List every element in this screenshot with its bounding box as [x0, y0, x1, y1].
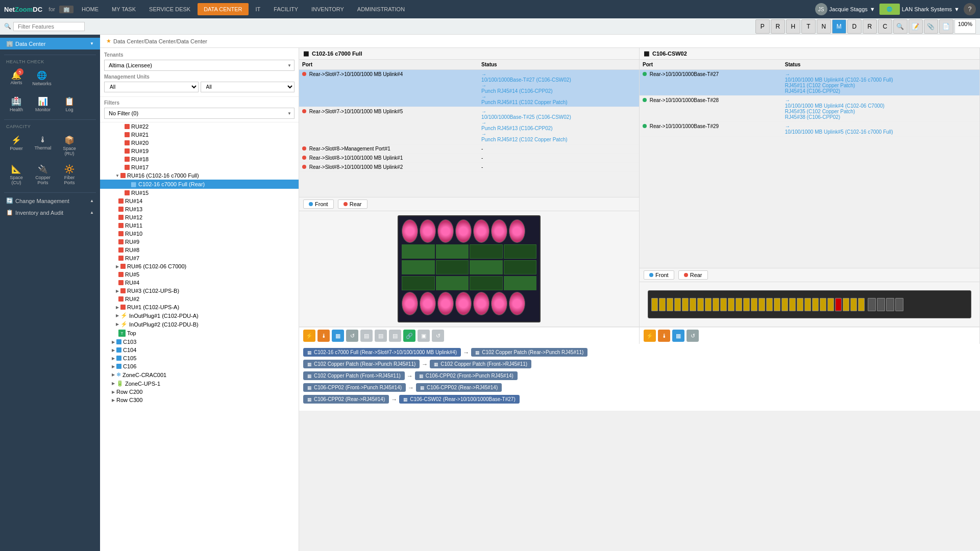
tree-item-c106[interactable]: ▶ C106 [100, 362, 299, 370]
nav-my-task[interactable]: MY TASK [106, 3, 142, 15]
left-action-d[interactable]: ▣ [418, 330, 430, 342]
tree-item-zonec-ups1[interactable]: ▶ 🔋 ZoneC-UPS-1 [100, 379, 299, 388]
attach-btn[interactable]: 📎 [924, 19, 938, 34]
tree-item-ru6[interactable]: ▶ RU#6 (C102-06 C7000) [100, 262, 299, 270]
status-link-2-1[interactable]: 10/100/1000Base-T#25 (C106-CSW02) [481, 114, 636, 120]
sidebar-item-space-cu[interactable]: 📐 Space (CU) [4, 161, 29, 188]
right-action-device[interactable]: ▦ [672, 330, 684, 342]
tree-item-ru18[interactable]: RU#18 [100, 155, 299, 163]
status-link-2-3[interactable]: Punch RJ45#12 (C102 Copper Patch) [481, 137, 636, 142]
network-btn[interactable]: N [817, 19, 831, 34]
right-action-thermal[interactable]: 🌡 [658, 330, 670, 342]
filter-select[interactable]: No Filter (0) [104, 108, 295, 119]
nav-inventory[interactable]: INVENTORY [305, 3, 350, 15]
right-link-2-3[interactable]: RJ45#38 (C106-CPP02) [785, 114, 976, 120]
map-btn[interactable]: M [832, 19, 846, 34]
right-link-2-2[interactable]: RJ45#35 (C102 Copper Patch) [785, 109, 976, 114]
left-port-row-2[interactable]: Rear->Slot#7->10/100/1000 MB Uplink#5 →1… [299, 107, 639, 144]
tree-item-zonec-crac001[interactable]: ▶ ❄ ZoneC-CRAC001 [100, 370, 299, 379]
tree-item-ru13[interactable]: RU#13 [100, 205, 299, 213]
tree-item-c102-rear[interactable]: ▦ C102-16 c7000 Full (Rear) [100, 180, 299, 189]
breadcrumb-star-icon[interactable]: ★ [106, 38, 111, 44]
contracts-btn[interactable]: 📄 [939, 19, 953, 34]
trace-node-3-2[interactable]: ▦ C106-CPP02 (Front->Punch RJ45#14) [415, 371, 518, 380]
sidebar-item-alerts[interactable]: 🔔 5 Alerts [4, 67, 29, 89]
right-link-1-2[interactable]: RJ45#11 (C102 Copper Patch) [785, 83, 976, 88]
nav-home[interactable]: HOME [76, 3, 105, 15]
left-port-row-1[interactable]: Rear->Slot#7->10/100/1000 MB Uplink#4 →1… [299, 70, 639, 107]
trace-btn[interactable]: T [801, 19, 816, 34]
right-port-row-1[interactable]: Rear->10/100/1000Base-T#27 →10/100/1000 … [640, 70, 979, 96]
trace-node-1-2[interactable]: ▦ C102 Copper Patch (Rear->Punch RJ45#11… [471, 348, 587, 357]
sidebar-item-health[interactable]: 🏥 Health [4, 93, 29, 115]
right-link-1-3[interactable]: RJ45#14 (C106-CPP02) [785, 88, 976, 94]
left-port-row-4[interactable]: Rear->Slot#8->10/100/1000 MB Uplink#1 - [299, 154, 639, 163]
tenants-select[interactable]: Altima (Licensee) [104, 60, 295, 71]
left-action-a[interactable]: ▤ [360, 330, 373, 342]
left-action-thermal[interactable]: 🌡 [317, 330, 330, 342]
trace-node-2-1[interactable]: ▦ C102 Copper Patch (Rear->Punch RJ45#11… [303, 360, 420, 368]
left-front-btn[interactable]: Front [303, 199, 334, 209]
tree-item-inoutplug1[interactable]: ▶ ⚡ InOutPlug#1 (C102-PDU-A) [100, 311, 299, 320]
tree-item-ru17[interactable]: RU#17 [100, 163, 299, 171]
tree-item-c105[interactable]: ▶ C105 [100, 354, 299, 362]
right-action-refresh[interactable]: ↺ [687, 330, 699, 342]
sidebar-item-space-ru[interactable]: 📦 Space (RU) [57, 132, 82, 159]
tree-item-row-c300[interactable]: ▶ Row C300 [100, 396, 299, 404]
tree-item-c103[interactable]: ▶ C103 [100, 338, 299, 346]
tree-item-ru9[interactable]: RU#9 [100, 238, 299, 246]
status-link-1-3[interactable]: Punch RJ45#11 (C102 Copper Patch) [481, 99, 636, 105]
dash-btn[interactable]: D [847, 19, 862, 34]
tree-item-ru12[interactable]: RU#12 [100, 213, 299, 221]
tree-item-inoutplug2[interactable]: ▶ ⚡ InOutPlug#2 (C102-PDU-B) [100, 320, 299, 329]
nav-user[interactable]: JS Jacquie Staggs ▼ [815, 3, 875, 15]
support-icon[interactable]: ? [964, 3, 976, 15]
tree-item-ru15[interactable]: RU#15 [100, 189, 299, 197]
mgmt-select-left[interactable]: All [104, 82, 199, 92]
sidebar-item-inventory-audit[interactable]: 📋 Inventory and Audit ▲ [0, 207, 100, 218]
sidebar-item-copper-ports[interactable]: 🔌 Copper Ports [31, 161, 55, 188]
trace-node-2-2[interactable]: ▦ C102 Copper Patch (Front->RJ45#11) [430, 360, 531, 368]
right-port-row-2[interactable]: Rear->10/100/1000Base-T#28 →10/100/1000 … [640, 96, 979, 122]
nav-service-desk[interactable]: SERVICE DESK [143, 3, 197, 15]
tree-item-ru8[interactable]: RU#8 [100, 246, 299, 254]
tree-item-ru20[interactable]: RU#20 [100, 139, 299, 147]
tree-item-ru21[interactable]: RU#21 [100, 131, 299, 139]
left-rear-btn[interactable]: Rear [338, 199, 368, 209]
company-selector[interactable]: 🌐 LAN Shark Systems ▼ [879, 4, 960, 15]
left-action-power[interactable]: ⚡ [303, 330, 315, 342]
left-action-device[interactable]: ▦ [332, 330, 344, 342]
tree-item-ru4[interactable]: RU#4 [100, 279, 299, 287]
nav-it[interactable]: IT [250, 3, 267, 15]
trace-node-5-1[interactable]: ▦ C106-CPP02 (Rear->RJ45#14) [303, 395, 389, 404]
tree-item-ru14[interactable]: RU#14 [100, 197, 299, 205]
trace-node-5-2[interactable]: ▦ C106-CSW02 (Rear->10/100/1000Base-T#27… [399, 395, 520, 404]
sidebar-item-networks[interactable]: 🌐 Networks [30, 67, 54, 89]
tree-item-top[interactable]: T Top [100, 329, 299, 338]
tree-item-row-c200[interactable]: ▶ Row C200 [100, 388, 299, 396]
tree-item-c104[interactable]: ▶ C104 [100, 346, 299, 354]
report-btn[interactable]: R [863, 19, 877, 34]
right-port-row-3[interactable]: Rear->10/100/1000Base-T#29 →10/100/1000 … [640, 122, 979, 137]
sidebar-item-data-center[interactable]: 🏢 Data Center ▼ [0, 38, 100, 49]
tree-item-ru11[interactable]: RU#11 [100, 221, 299, 230]
tree-item-ru1[interactable]: ▶ RU#1 (C102-UPS-A) [100, 303, 299, 311]
right-front-btn[interactable]: Front [644, 270, 674, 280]
sidebar-item-power[interactable]: ⚡ Power [4, 132, 29, 159]
nav-facility[interactable]: FACILITY [267, 3, 304, 15]
health-btn[interactable]: H [786, 19, 800, 34]
trace-node-3-1[interactable]: ▦ C102 Copper Patch (Front->RJ45#11) [303, 371, 405, 380]
trace-node-1-1[interactable]: ▦ C102-16 c7000 Full (Rear->Slot#7->10/1… [303, 348, 461, 357]
mgmt-select-right[interactable]: All [201, 82, 295, 92]
tree-item-ru19[interactable]: RU#19 [100, 147, 299, 155]
charts-btn[interactable]: C [878, 19, 892, 34]
right-action-power[interactable]: ⚡ [644, 330, 656, 342]
sidebar-item-log[interactable]: 📋 Log [57, 93, 82, 115]
sidebar-item-monitor[interactable]: 📊 Monitor [31, 93, 55, 115]
right-link-3-1[interactable]: 10/100/1000 MB Uplink#5 (C102-16 c7000 F… [785, 129, 976, 135]
right-link-2-1[interactable]: 10/100/1000 MB Uplink#4 (C102-06 C7000) [785, 103, 976, 109]
left-action-e[interactable]: ↺ [432, 330, 444, 342]
left-action-refresh[interactable]: ↺ [346, 330, 358, 342]
left-action-b[interactable]: ▤ [375, 330, 387, 342]
tree-item-ru22[interactable]: RU#22 [100, 122, 299, 131]
